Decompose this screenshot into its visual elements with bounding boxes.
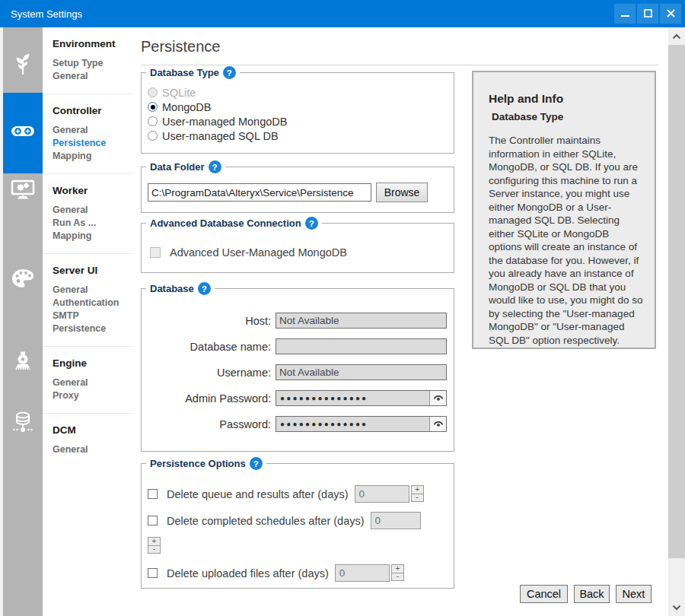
database-type-legend-text: Database Type [150,67,219,78]
data-folder-fieldset: Data Folder ? Browse [141,167,454,213]
nav-item-engine-proxy[interactable]: Proxy [53,389,133,402]
delete-queue-days-spinner: + - [411,485,424,503]
eye-reveal-icon [433,418,444,430]
nav-section-worker: Worker General Run As ... Mapping [43,174,133,254]
nav-item-controller-mapping[interactable]: Mapping [53,150,133,163]
browse-button[interactable]: Browse [376,183,428,202]
nav-item-server-ui-smtp[interactable]: SMTP [53,310,133,322]
radio-user-managed-mongodb[interactable]: User-managed MongoDB [148,114,454,129]
help-icon[interactable]: ? [305,217,318,230]
nav-item-environment-setup-type[interactable]: Setup Type [53,57,133,70]
help-icon[interactable]: ? [250,457,263,470]
sidebar-item-environment[interactable] [3,40,43,91]
cancel-button[interactable]: Cancel [520,585,568,603]
radio-sqlite: SQLite [148,85,454,100]
vertical-scrollbar[interactable] [668,27,685,616]
data-folder-input[interactable] [148,183,371,202]
scroll-up-button[interactable] [668,27,685,44]
sidebar-item-controller[interactable] [3,93,43,173]
nav-item-server-ui-general[interactable]: General [53,284,133,297]
delete-queue-days-group: 0 + - [355,485,424,503]
username-field: Not Available [276,364,447,380]
nav-item-worker-mapping[interactable]: Mapping [53,230,133,243]
page-title: Persistence [141,38,658,65]
data-folder-row: Browse [148,183,454,202]
delete-uploads-label: Delete uploaded files after (days) [167,567,329,579]
host-field: Not Available [276,313,447,329]
database-fields: Host: Not Available Database name: Usern… [142,289,454,433]
help-panel: Help and Info Database Type The Controll… [472,71,656,349]
delete-queue-label: Delete queue and results after (days) [167,488,349,500]
password-label: Password: [142,418,271,430]
radio-button-icon [148,87,158,97]
train-icon [12,351,33,376]
database-name-field [276,338,447,354]
admin-password-value: ●●●●●●●●●●●●●● [276,394,429,402]
data-folder-legend: Data Folder ? [146,160,225,173]
persistence-options-legend: Persistence Options ? [146,457,266,470]
password-reveal-button[interactable] [429,391,446,405]
minimize-icon [621,7,629,21]
icon-sidebar [3,27,43,616]
help-icon[interactable]: ? [223,66,236,79]
nav-item-controller-general[interactable]: General [53,124,133,137]
nav-item-worker-run-as[interactable]: Run As ... [53,217,133,230]
scroll-down-button[interactable] [668,599,685,615]
nav-item-dcm-general[interactable]: General [53,443,133,456]
nav-header-controller: Controller [53,105,133,116]
scrollbar-thumb[interactable] [668,45,685,558]
database-name-row: Database name: [142,338,454,355]
delete-schedules-days-spinner: + - [148,537,454,554]
nav-header-environment: Environment [53,38,133,49]
password-field: ●●●●●●●●●●●●●● [276,416,447,432]
help-icon[interactable]: ? [198,282,211,295]
spin-down-button: - [411,494,424,503]
next-button[interactable]: Next [616,585,652,603]
password-reveal-button[interactable] [429,417,446,431]
sidebar-item-dcm[interactable] [3,402,43,447]
nav-section-engine: Engine General Proxy [43,347,133,414]
window-title: System Settings [11,8,82,20]
nav-item-server-ui-authentication[interactable]: Authentication [53,297,133,310]
maximize-button[interactable] [637,4,658,24]
nav-item-engine-general[interactable]: General [53,376,133,389]
back-button[interactable]: Back [574,585,610,603]
monitor-gears-icon [11,179,35,204]
nav-section-controller: Controller General Persistence Mapping [43,94,133,174]
password-value: ●●●●●●●●●●●●●● [276,420,429,428]
nav-header-engine: Engine [53,357,133,369]
delete-uploads-days-spinner: + - [391,564,404,582]
nav-item-worker-general[interactable]: General [53,204,133,217]
help-panel-body: The Controller maintains information in … [489,134,644,347]
help-icon[interactable]: ? [209,160,221,173]
nav-header-worker: Worker [53,185,133,196]
delete-uploads-row: Delete uploaded files after (days) 0 + - [148,564,454,582]
advanced-connection-legend: Advanced Database Connection ? [146,217,322,230]
sidebar-item-worker[interactable] [3,169,43,214]
delete-uploads-checkbox[interactable] [148,568,158,578]
data-folder-legend-text: Data Folder [150,161,205,173]
persistence-options-body: Delete queue and results after (days) 0 … [142,464,454,582]
nav-item-controller-persistence[interactable]: Persistence [53,137,133,150]
advanced-mongodb-label: Advanced User-Managed MongoDB [170,246,347,259]
delete-schedules-checkbox[interactable] [148,516,158,526]
delete-queue-checkbox[interactable] [148,489,158,499]
delete-queue-days-input: 0 [355,485,409,503]
titlebar: System Settings [0,0,685,27]
advanced-connection-fieldset: Advanced Database Connection ? Advanced … [141,223,454,273]
admin-password-label: Admin Password: [142,392,271,405]
close-button[interactable] [660,4,681,24]
minimize-button[interactable] [614,4,636,24]
radio-user-managed-sql-db[interactable]: User-managed SQL DB [148,129,454,143]
sidebar-item-server-ui[interactable] [3,257,43,303]
nav-item-environment-general[interactable]: General [53,70,133,83]
sidebar-item-engine[interactable] [3,341,43,386]
database-name-label: Database name: [142,341,271,353]
database-type-options: SQLite MongoDB User-managed MongoDB User… [142,73,454,143]
radio-user-managed-mongodb-label: User-managed MongoDB [162,116,287,128]
nav-item-server-ui-persistence[interactable]: Persistence [53,322,133,335]
password-row: Password: ●●●●●●●●●●●●●● [142,415,454,433]
username-row: Username: Not Available [142,364,454,381]
close-icon [667,7,675,21]
radio-mongodb[interactable]: MongoDB [148,100,454,114]
